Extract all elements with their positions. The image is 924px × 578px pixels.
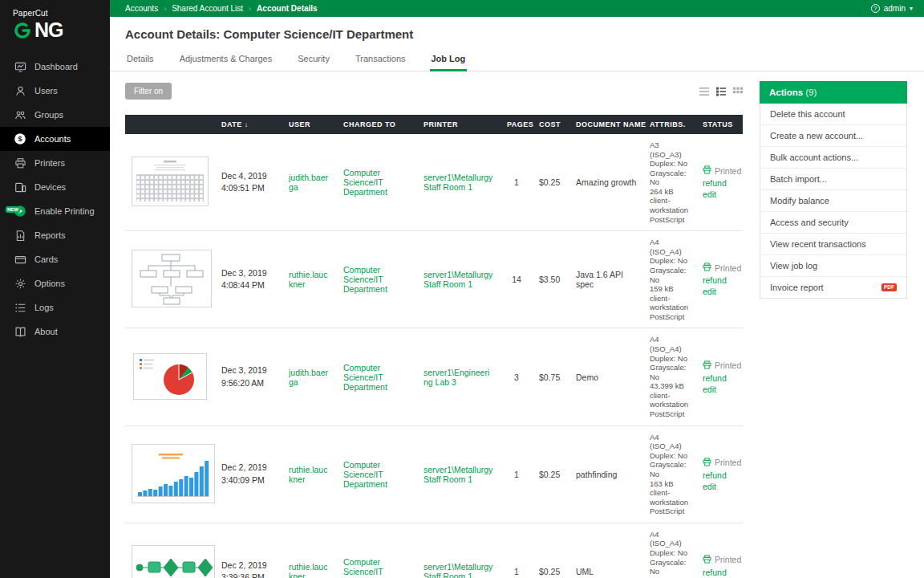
job-user-link[interactable]: judith.baerga [289, 173, 330, 192]
book-icon [14, 325, 26, 338]
breadcrumb-shared-account-list[interactable]: Shared Account List [172, 4, 243, 13]
sidebar: PaperCut NG Dashboard Users [0, 0, 110, 578]
sidebar-item-cards[interactable]: Cards [0, 247, 110, 271]
edit-link[interactable]: edit [703, 189, 736, 199]
sidebar-item-label: About [34, 327, 58, 336]
column-cost[interactable]: COST [533, 115, 569, 134]
table-row: Dec 4, 2019 4:09:51 PM judith.baerga Com… [125, 134, 743, 231]
column-thumbnail [125, 115, 215, 134]
job-log-section: Filter on DATE ↓ [125, 82, 743, 578]
action-bulk-account-actions[interactable]: Bulk account actions... [760, 147, 906, 169]
action-delete-account[interactable]: Delete this account [760, 104, 906, 125]
job-document-name: Java 1.6 API spec [569, 231, 643, 328]
refund-link[interactable]: refund [703, 373, 736, 383]
sidebar-item-label: Reports [34, 230, 66, 240]
action-view-recent-transactions[interactable]: View recent transactions [760, 234, 906, 255]
tab-bar: Details Adjustments & Charges Security T… [110, 50, 924, 71]
job-charged-to-link[interactable]: Computer Science/IT Department [343, 265, 411, 294]
edit-link[interactable]: edit [703, 287, 736, 296]
job-attribs: A4 (ISO_A4) Duplex: No Grayscale: No 159… [643, 231, 696, 328]
job-thumbnail-bar-chart [132, 444, 215, 503]
job-log-table: DATE ↓ USER CHARGED TO PRINTER PAGES COS… [125, 115, 743, 578]
sidebar-item-label: Printers [34, 158, 65, 168]
refund-link[interactable]: refund [703, 178, 736, 188]
job-charged-to-link[interactable]: Computer Science/IT Department [343, 557, 411, 578]
job-cost: $0.75 [533, 328, 569, 425]
column-document-name[interactable]: DOCUMENT NAME [569, 115, 643, 134]
sidebar-item-dashboard[interactable]: Dashboard [0, 55, 110, 79]
tab-adjustments-charges[interactable]: Adjustments & Charges [178, 50, 274, 71]
column-pages[interactable]: PAGES [500, 115, 533, 134]
view-list-icon[interactable] [716, 87, 726, 96]
refund-link[interactable]: refund [703, 275, 736, 285]
sidebar-item-enable-printing[interactable]: NEW Enable Printing [0, 199, 110, 223]
sidebar-item-reports[interactable]: Reports [0, 223, 110, 247]
job-charged-to-link[interactable]: Computer Science/IT Department [343, 363, 411, 392]
view-table-icon[interactable] [699, 87, 709, 96]
sidebar-item-printers[interactable]: Printers [0, 151, 110, 175]
job-pages: 1 [500, 523, 533, 578]
refund-link[interactable]: refund [703, 568, 736, 577]
job-document-name: Demo [569, 328, 643, 425]
job-printer-link[interactable]: server1\Metallurgy Staff Room 1 [424, 465, 494, 484]
actions-count: (9) [805, 88, 817, 97]
sidebar-item-groups[interactable]: Groups [0, 103, 110, 127]
sort-desc-icon: ↓ [245, 120, 249, 128]
sidebar-item-options[interactable]: Options [0, 271, 110, 295]
sidebar-item-label: Options [34, 279, 65, 288]
column-charged-to[interactable]: CHARGED TO [337, 115, 417, 134]
user-icon [14, 84, 26, 97]
column-attribs[interactable]: ATTRIBS. [643, 115, 696, 134]
view-grid-icon[interactable] [733, 87, 743, 96]
edit-link[interactable]: edit [703, 385, 736, 394]
column-printer[interactable]: PRINTER [417, 115, 500, 134]
column-date[interactable]: DATE ↓ [215, 115, 282, 134]
job-thumbnail-flowchart [132, 545, 215, 578]
column-user[interactable]: USER [282, 115, 337, 134]
sidebar-item-users[interactable]: Users [0, 79, 110, 103]
sidebar-item-logs[interactable]: Logs [0, 295, 110, 320]
tab-details[interactable]: Details [125, 50, 156, 71]
action-view-job-log[interactable]: View job log [760, 255, 906, 277]
sidebar-item-about[interactable]: About [0, 320, 110, 344]
filter-on-button[interactable]: Filter on [125, 83, 172, 100]
tab-transactions[interactable]: Transactions [354, 50, 407, 71]
sidebar-item-accounts[interactable]: $ Accounts [0, 127, 110, 151]
app-window: PaperCut NG Dashboard Users [0, 0, 924, 578]
job-user-link[interactable]: ruthie.lauckner [289, 270, 330, 289]
job-printer-link[interactable]: server1\Metallurgy Staff Room 1 [424, 562, 494, 578]
job-thumbnail-diagram [132, 250, 212, 307]
job-charged-to-link[interactable]: Computer Science/IT Department [343, 168, 411, 197]
job-cost: $3.50 [533, 231, 569, 328]
job-status: Printed [715, 166, 741, 176]
action-batch-import[interactable]: Batch import... [760, 169, 906, 190]
breadcrumb-accounts[interactable]: Accounts [125, 4, 158, 13]
action-create-account[interactable]: Create a new account... [760, 125, 906, 147]
sidebar-item-label: Groups [34, 110, 63, 120]
refund-link[interactable]: refund [703, 470, 736, 480]
job-user-link[interactable]: ruthie.lauckner [289, 562, 330, 578]
action-access-security[interactable]: Access and security [760, 212, 906, 234]
job-printer-link[interactable]: server1\Metallurgy Staff Room 1 [424, 173, 494, 192]
job-date: Dec 2, 2019 3:39:36 PM [215, 523, 282, 578]
job-printer-link[interactable]: server1\Metallurgy Staff Room 1 [424, 270, 494, 289]
job-user-link[interactable]: judith.baerga [289, 368, 330, 387]
job-printer-link[interactable]: server1\Engineering Lab 3 [424, 368, 494, 387]
printed-status-icon [703, 360, 711, 371]
job-thumbnail-document [132, 157, 209, 206]
action-invoice-report[interactable]: Invoice report PDF [760, 277, 906, 298]
user-menu[interactable]: ? admin ▾ [871, 4, 913, 13]
job-status: Printed [715, 555, 741, 564]
job-charged-to-link[interactable]: Computer Science/IT Department [343, 460, 411, 489]
tab-security[interactable]: Security [296, 50, 331, 71]
edit-link[interactable]: edit [703, 482, 736, 491]
job-document-name: pathfinding [569, 425, 643, 523]
printed-status-icon [703, 263, 711, 273]
job-user-link[interactable]: ruthie.lauckner [289, 465, 330, 484]
job-pages: 1 [500, 425, 533, 523]
column-status[interactable]: STATUS [696, 115, 743, 134]
help-icon[interactable]: ? [871, 4, 880, 13]
action-modify-balance[interactable]: Modify balance [760, 190, 906, 212]
sidebar-item-devices[interactable]: Devices [0, 175, 110, 199]
tab-job-log[interactable]: Job Log [430, 50, 468, 71]
